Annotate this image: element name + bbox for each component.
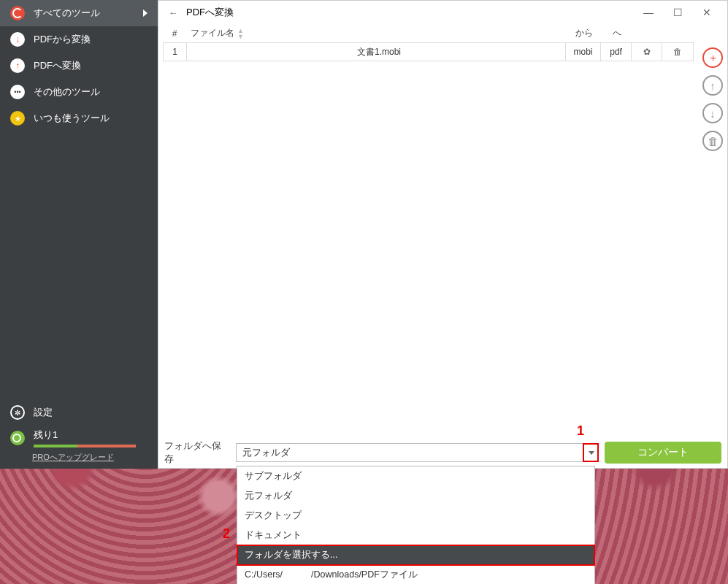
cell-filename: 文書1.mobi [187, 43, 566, 61]
main-panel: ← PDFへ変換 — ☐ ✕ # ファイル名 ▲▼ から へ 1 文書1.mob… [158, 0, 728, 469]
cell-from: mobi [566, 43, 601, 61]
sort-icon: ▲▼ [237, 28, 244, 39]
move-down-button[interactable]: ↓ [702, 103, 723, 123]
dropdown-option-desktop[interactable]: デスクトップ [237, 506, 594, 526]
col-to[interactable]: へ [602, 27, 632, 39]
dropdown-option-choose-folder[interactable]: フォルダを選択する... [237, 545, 594, 565]
cell-number: 1 [164, 43, 187, 61]
row-delete-button[interactable]: 🗑 [662, 43, 693, 61]
table-row[interactable]: 1 文書1.mobi mobi pdf ✿ 🗑 [163, 42, 694, 61]
clear-all-button[interactable]: 🗑 [702, 131, 723, 151]
sidebar-item-label: PDFへ変換 [34, 59, 81, 72]
swirl-icon [10, 6, 25, 20]
dropdown-option-original[interactable]: 元フォルダ [237, 486, 594, 506]
titlebar: ← PDFへ変換 — ☐ ✕ [158, 1, 727, 24]
sidebar-item-label: すべてのツール [34, 7, 100, 20]
maximize-button[interactable]: ☐ [663, 1, 692, 24]
sidebar-item-other-tools[interactable]: その他のツール [0, 79, 158, 105]
dropdown-option-subfolder[interactable]: サブフォルダ [237, 466, 594, 486]
page-title: PDFへ変換 [186, 6, 234, 19]
dots-icon [10, 85, 25, 99]
remaining-label: 残り1 [34, 429, 136, 442]
sidebar-item-to-pdf[interactable]: PDFへ変換 [0, 53, 158, 79]
move-up-button[interactable]: ↑ [702, 75, 723, 96]
save-folder-value: 元フォルダ [237, 446, 583, 459]
sidebar-item-all-tools[interactable]: すべてのツール [0, 0, 158, 26]
back-button[interactable]: ← [164, 7, 182, 18]
key-icon [10, 431, 25, 445]
convert-button[interactable]: コンバート [605, 442, 721, 464]
sidebar-item-from-pdf[interactable]: PDFから変換 [0, 26, 158, 53]
sidebar: すべてのツール PDFから変換 PDFへ変換 その他のツール いつも使うツール … [0, 0, 158, 469]
sidebar-remaining: 残り1 [0, 426, 158, 447]
arrow-down-icon [10, 32, 25, 47]
row-settings-button[interactable]: ✿ [632, 43, 662, 61]
star-icon [10, 111, 25, 126]
col-from[interactable]: から [567, 27, 602, 39]
dropdown-option-documents[interactable]: ドキュメント [237, 526, 594, 545]
chevron-down-icon[interactable] [583, 444, 598, 461]
save-folder-dropdown: サブフォルダ 元フォルダ デスクトップ ドキュメント フォルダを選択する... … [237, 466, 595, 584]
save-folder-select[interactable]: 元フォルダ [236, 443, 599, 462]
action-rail: ＋ ↑ ↓ 🗑 [701, 47, 724, 151]
close-button[interactable]: ✕ [692, 1, 721, 24]
cell-to: pdf [601, 43, 632, 61]
gear-icon [10, 405, 25, 420]
usage-bar [34, 445, 136, 447]
bottom-bar: フォルダへ保存 元フォルダ コンバート [158, 437, 727, 468]
col-number[interactable]: # [163, 28, 186, 39]
sidebar-item-favorites[interactable]: いつも使うツール [0, 105, 158, 131]
upgrade-link[interactable]: PROへアップグレード [32, 452, 114, 463]
sidebar-item-label: 設定 [34, 406, 53, 419]
sidebar-item-label: いつも使うツール [34, 112, 110, 125]
sidebar-item-label: その他のツール [34, 85, 100, 99]
add-file-button[interactable]: ＋ [702, 47, 723, 68]
table-header: # ファイル名 ▲▼ から へ [158, 24, 727, 42]
sidebar-item-settings[interactable]: 設定 [0, 399, 158, 426]
dropdown-option-recent-path[interactable]: C:/Users/ /Downloads/PDFファイル [237, 565, 594, 584]
minimize-button[interactable]: — [634, 1, 663, 24]
save-to-label: フォルダへ保存 [164, 439, 230, 466]
arrow-up-icon [10, 58, 25, 73]
col-filename[interactable]: ファイル名 ▲▼ [186, 27, 567, 39]
sidebar-item-label: PDFから変換 [34, 33, 91, 46]
